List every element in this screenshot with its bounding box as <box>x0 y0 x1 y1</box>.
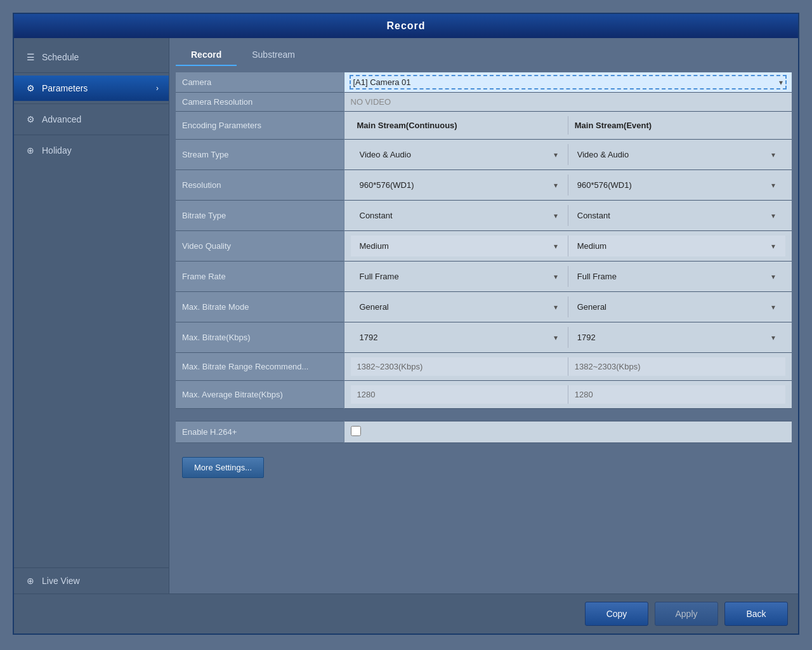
sidebar-divider-2 <box>14 103 169 104</box>
video-quality-row: Video Quality Medium Low High <box>176 231 792 262</box>
enable-h264-row: Enable H.264+ <box>176 421 792 443</box>
max-bitrate-mode-col1: General Custom <box>351 296 568 317</box>
sidebar-item-holiday[interactable]: ⊕ Holiday <box>14 138 169 163</box>
spacer-row <box>176 409 792 421</box>
stream-type-values: Video & Audio Video Audio <box>344 140 792 170</box>
sidebar-item-advanced[interactable]: ⚙ Advanced <box>14 107 169 132</box>
video-quality-label: Video Quality <box>176 231 344 262</box>
video-quality-col2-select[interactable]: Medium Low High <box>575 240 779 252</box>
sidebar-item-label: Holiday <box>42 145 72 156</box>
max-bitrate-mode-col2-select[interactable]: General Custom <box>575 301 779 313</box>
frame-rate-row: Frame Rate Full Frame 1fps2fps4fps 6fps8… <box>176 262 792 292</box>
tab-record[interactable]: Record <box>176 44 237 66</box>
max-avg-bitrate-col2: 1280 <box>568 385 785 404</box>
enable-h264-cell <box>344 421 792 443</box>
max-avg-bitrate-row: Max. Average Bitrate(Kbps) 1280 1280 <box>176 381 792 409</box>
sidebar-item-label: Advanced <box>42 114 81 124</box>
camera-select-wrapper: [A1] Camera 01 <box>350 75 787 90</box>
advanced-icon: ⚙ <box>24 114 37 124</box>
frame-rate-col1-wrapper: Full Frame 1fps2fps4fps 6fps8fps10fps <box>357 270 561 282</box>
parameters-icon: ⚙ <box>24 83 37 93</box>
sidebar-item-label: Schedule <box>42 52 79 62</box>
bitrate-type-col1: Constant Variable <box>351 205 568 226</box>
video-quality-col1-wrapper: Medium Low High <box>357 240 561 252</box>
title-bar: Record <box>14 14 798 38</box>
max-bitrate-kbps-col2-select[interactable]: 1792 5127681024 1536204830724096 <box>575 331 779 343</box>
encoding-params-row: Encoding Parameters Main Stream(Continuo… <box>176 112 792 140</box>
bitrate-type-row: Bitrate Type Constant Variable <box>176 201 792 231</box>
enable-h264-label: Enable H.264+ <box>176 421 344 443</box>
frame-rate-col2: Full Frame 1fps2fps4fps 6fps8fps10fps <box>568 266 785 287</box>
bitrate-type-col1-select[interactable]: Constant Variable <box>357 209 561 222</box>
resolution-split: 960*576(WD1) 1280*720(HD) 1920*1080(FHD) <box>351 175 786 196</box>
max-bitrate-kbps-col2-wrapper: 1792 5127681024 1536204830724096 <box>575 331 779 343</box>
bitrate-type-col2-wrapper: Constant Variable <box>575 209 779 222</box>
max-bitrate-mode-col2-wrapper: General Custom <box>575 301 779 313</box>
max-bitrate-range-label: Max. Bitrate Range Recommend... <box>176 353 344 381</box>
max-bitrate-mode-split: General Custom General <box>351 296 786 317</box>
max-bitrate-range-split: 1382~2303(Kbps) 1382~2303(Kbps) <box>351 357 786 376</box>
form-area: Camera [A1] Camera 01 Camera Resolution <box>176 72 792 587</box>
max-bitrate-kbps-col2: 1792 5127681024 1536204830724096 <box>568 327 785 348</box>
enable-h264-checkbox[interactable] <box>351 426 361 436</box>
bitrate-type-col2-select[interactable]: Constant Variable <box>575 209 779 222</box>
max-bitrate-range-values: 1382~2303(Kbps) 1382~2303(Kbps) <box>344 353 792 381</box>
frame-rate-col2-select[interactable]: Full Frame 1fps2fps4fps 6fps8fps10fps <box>575 270 779 282</box>
frame-rate-split: Full Frame 1fps2fps4fps 6fps8fps10fps <box>351 266 786 287</box>
max-bitrate-kbps-values: 1792 5127681024 1536204830724096 <box>344 322 792 353</box>
max-bitrate-kbps-col1-select[interactable]: 1792 5127681024 1536204830724096 <box>357 331 561 343</box>
encoding-params-label: Encoding Parameters <box>176 112 344 140</box>
camera-resolution-label: Camera Resolution <box>176 93 344 112</box>
stream-type-col2: Video & Audio Video Audio <box>568 144 785 165</box>
col1-header: Main Stream(Continuous) <box>351 116 568 135</box>
resolution-col2-select[interactable]: 960*576(WD1) 1280*720(HD) 1920*1080(FHD) <box>575 179 779 191</box>
stream-type-col2-select[interactable]: Video & Audio Video Audio <box>575 149 779 161</box>
main-panel: Record Substream Camera [A1] Camera <box>169 38 798 594</box>
frame-rate-label: Frame Rate <box>176 262 344 292</box>
resolution-col2: 960*576(WD1) 1280*720(HD) 1920*1080(FHD) <box>568 175 785 196</box>
arrow-icon: › <box>156 84 159 93</box>
stream-type-col2-wrapper: Video & Audio Video Audio <box>575 149 779 161</box>
form-table: Camera [A1] Camera 01 Camera Resolution <box>176 72 792 443</box>
camera-select[interactable]: [A1] Camera 01 <box>350 75 787 90</box>
max-bitrate-mode-col1-wrapper: General Custom <box>357 301 561 313</box>
video-quality-values: Medium Low High Medi <box>344 231 792 262</box>
resolution-col1-wrapper: 960*576(WD1) 1280*720(HD) 1920*1080(FHD) <box>357 179 561 191</box>
col2-header: Main Stream(Event) <box>568 116 785 135</box>
copy-button[interactable]: Copy <box>585 602 648 626</box>
more-settings-button[interactable]: More Settings... <box>182 457 264 478</box>
frame-rate-values: Full Frame 1fps2fps4fps 6fps8fps10fps <box>344 262 792 292</box>
max-bitrate-mode-col2: General Custom <box>568 296 785 317</box>
max-bitrate-kbps-col1: 1792 5127681024 1536204830724096 <box>351 327 568 348</box>
sidebar-divider-3 <box>14 135 169 135</box>
apply-button[interactable]: Apply <box>655 602 718 626</box>
camera-label: Camera <box>176 72 344 93</box>
max-avg-bitrate-values: 1280 1280 <box>344 381 792 409</box>
camera-value-cell: [A1] Camera 01 <box>344 72 792 93</box>
max-bitrate-range-row: Max. Bitrate Range Recommend... 1382~230… <box>176 353 792 381</box>
max-bitrate-mode-row: Max. Bitrate Mode General Custom <box>176 292 792 322</box>
bottom-bar: Copy Apply Back <box>14 594 798 633</box>
stream-type-col1-select[interactable]: Video & Audio Video Audio <box>357 149 561 161</box>
max-avg-bitrate-label: Max. Average Bitrate(Kbps) <box>176 381 344 409</box>
holiday-icon: ⊕ <box>24 145 37 156</box>
video-quality-col1: Medium Low High <box>351 235 568 256</box>
schedule-icon: ☰ <box>24 52 37 62</box>
video-quality-col2: Medium Low High <box>568 235 785 256</box>
resolution-col1-select[interactable]: 960*576(WD1) 1280*720(HD) 1920*1080(FHD) <box>357 179 561 191</box>
sidebar-bottom: ⊕ Live View <box>14 567 169 594</box>
sidebar-item-parameters[interactable]: ⚙ Parameters › <box>14 76 169 101</box>
video-quality-col1-select[interactable]: Medium Low High <box>357 240 561 252</box>
more-settings-area: More Settings... <box>176 443 792 484</box>
max-bitrate-mode-col1-select[interactable]: General Custom <box>357 301 561 313</box>
frame-rate-col1-select[interactable]: Full Frame 1fps2fps4fps 6fps8fps10fps <box>357 270 561 282</box>
sidebar-item-schedule[interactable]: ☰ Schedule <box>14 44 169 70</box>
video-quality-split: Medium Low High Medi <box>351 235 786 256</box>
sidebar-item-liveview[interactable]: ⊕ Live View <box>14 568 169 594</box>
frame-rate-col2-wrapper: Full Frame 1fps2fps4fps 6fps8fps10fps <box>575 270 779 282</box>
camera-resolution-row: Camera Resolution NO VIDEO <box>176 93 792 112</box>
tab-substream[interactable]: Substream <box>237 44 310 66</box>
back-button[interactable]: Back <box>724 602 788 626</box>
video-quality-col2-wrapper: Medium Low High <box>575 240 779 252</box>
max-avg-bitrate-col1: 1280 <box>351 385 568 404</box>
